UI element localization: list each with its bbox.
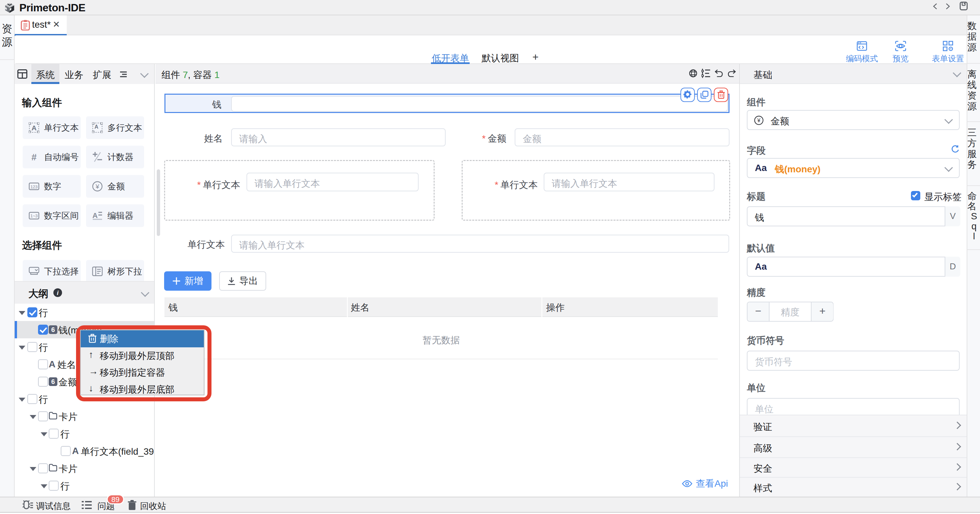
svg-text:#: #: [31, 152, 37, 162]
svg-text:¥: ¥: [757, 117, 760, 124]
svg-text:A: A: [31, 124, 37, 132]
svg-text:A: A: [92, 211, 98, 220]
svg-text:¥: ¥: [95, 183, 99, 190]
svg-text:123: 123: [30, 184, 38, 189]
svg-text:1~3: 1~3: [30, 213, 38, 218]
svg-text:A: A: [94, 124, 99, 130]
